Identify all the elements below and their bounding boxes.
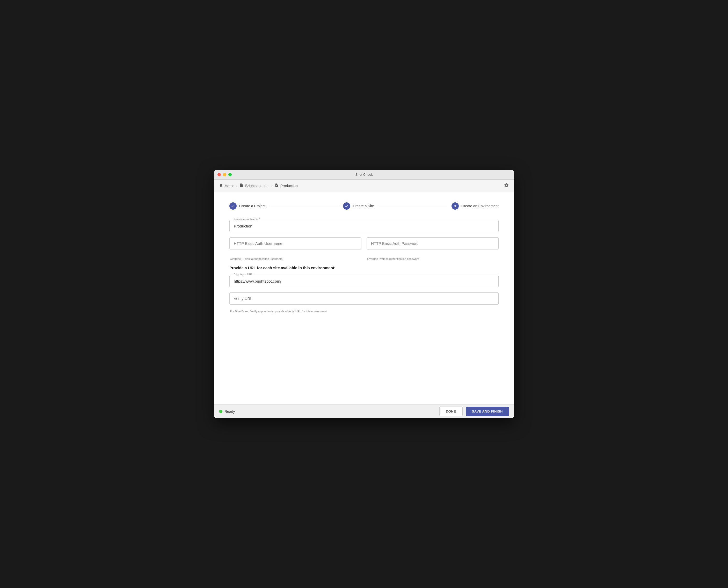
breadcrumb-site[interactable]: Brightspot.com [240,183,269,188]
step-2-icon [343,203,350,210]
http-hints-row: Override Project authentication username… [229,256,499,260]
http-username-hint: Override Project authentication username [230,257,361,260]
plus-doc-icon [275,183,279,188]
step-1-label: Create a Project [239,204,265,208]
save-finish-button[interactable]: SAVE AND FINISH [466,407,509,416]
step-3: 3 Create an Environment [452,203,499,210]
verify-url-input[interactable] [229,292,499,304]
breadcrumb-home[interactable]: Home [219,183,234,188]
url-section-title: Provide a URL for each site available in… [229,266,499,270]
http-auth-row [229,237,499,255]
step-2: Create a Site [343,203,374,210]
http-password-group [367,237,499,250]
step-2-label: Create a Site [353,204,374,208]
step-connector-2 [378,206,448,206]
app-window: Shot Check Home › Brightspot.com › [214,170,514,418]
step-3-label: Create an Environment [461,204,499,208]
stepper: Create a Project Create a Site 3 Create … [229,203,499,210]
breadcrumb-sep-2: › [272,184,273,188]
http-password-hint: Override Project authentication password [367,257,499,260]
brightspot-url-label: Brightspot URL [232,273,254,276]
done-button[interactable]: DONE [439,406,463,416]
action-buttons: DONE SAVE AND FINISH [439,406,509,416]
settings-icon[interactable] [504,183,509,189]
env-name-input[interactable] [229,220,499,232]
status-indicator: Ready [219,410,235,414]
env-name-label: Environment Name * [232,218,261,221]
http-username-group [229,237,361,250]
breadcrumb-home-label: Home [225,184,234,188]
brightspot-url-group: Brightspot URL [229,275,499,287]
breadcrumb-sep-1: › [236,184,237,188]
statusbar: Ready DONE SAVE AND FINISH [214,404,514,418]
close-button[interactable] [217,173,221,176]
window-title: Shot Check [355,173,373,176]
http-password-input[interactable] [367,237,499,250]
http-username-input[interactable] [229,237,361,250]
minimize-button[interactable] [223,173,226,176]
main-content: Create a Project Create a Site 3 Create … [214,192,514,404]
titlebar: Shot Check [214,170,514,180]
brightspot-url-input[interactable] [229,275,499,287]
status-dot [219,410,222,413]
breadcrumb: Home › Brightspot.com › Production [219,183,298,188]
breadcrumb-site-label: Brightspot.com [245,184,269,188]
breadcrumb-page[interactable]: Production [275,183,298,188]
verify-url-group [229,292,499,304]
window-controls [217,173,232,176]
navbar: Home › Brightspot.com › Production [214,180,514,192]
step-3-icon: 3 [452,203,459,210]
document-icon [240,183,244,188]
step-1-icon [229,203,237,210]
status-text: Ready [225,410,235,414]
home-icon [219,183,223,188]
env-name-group: Environment Name * [229,220,499,232]
breadcrumb-page-label: Production [280,184,298,188]
step-1: Create a Project [229,203,265,210]
verify-url-hint: For Blue/Green Verify support only, prov… [230,310,499,313]
maximize-button[interactable] [228,173,232,176]
step-connector-1 [270,206,339,206]
